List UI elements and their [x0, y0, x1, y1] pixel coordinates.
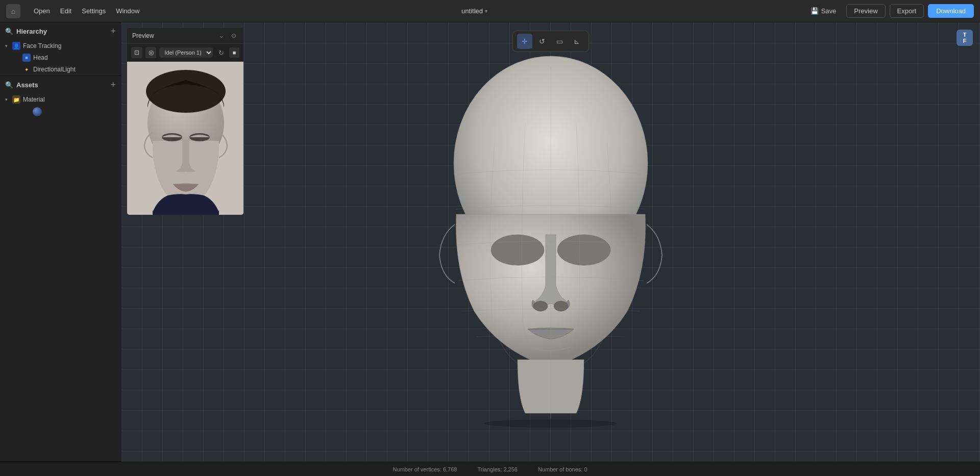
tree-item-material[interactable]: ▾ 📁 Material	[2, 94, 119, 105]
menu-edit[interactable]: Edit	[55, 5, 77, 17]
viewport-toolbar: ✛ ↺ ▭ ⊾	[512, 31, 589, 52]
head-3d-viewport	[121, 22, 980, 462]
assets-header-left: 🔍 Assets	[5, 81, 38, 89]
main-area: 🔍 Hierarchy + ▾ 👤 Face Tracking ■ Head	[0, 22, 980, 462]
svg-point-1	[491, 235, 544, 265]
assets-title: Assets	[16, 81, 38, 89]
assets-add-button[interactable]: +	[110, 80, 116, 89]
preview-panel-header: Preview ⌄ ⊙	[127, 28, 243, 44]
tool-frame-button[interactable]: ▭	[552, 34, 567, 49]
bones-value: 0	[584, 466, 587, 472]
preview-refresh-btn[interactable]: ↻	[216, 47, 226, 58]
triangles-value: 2,256	[503, 466, 518, 472]
statusbar: Number of vertices: 6,768 Triangles: 2,2…	[0, 462, 980, 476]
hierarchy-section: 🔍 Hierarchy + ▾ 👤 Face Tracking ■ Head	[0, 22, 121, 76]
svg-point-10	[146, 70, 226, 113]
tree-item-directional-light[interactable]: ✦ DirectionalLight	[2, 64, 119, 75]
preview-controls: ⊡ ◎ Idel (Person 1)Person 2Person 3 ↻ ■	[127, 44, 243, 62]
hierarchy-add-button[interactable]: +	[110, 27, 116, 36]
triangles-label: Triangles: 2,256	[477, 466, 517, 472]
download-button[interactable]: Download	[928, 4, 974, 18]
head-label: Head	[33, 54, 48, 61]
menu-settings[interactable]: Settings	[77, 5, 111, 17]
preview-collapse-button[interactable]: ⌄	[217, 31, 226, 40]
save-icon: 💾	[811, 7, 819, 15]
export-button[interactable]: Export	[890, 4, 924, 18]
vertices-value: 6,768	[443, 466, 457, 472]
title-dropdown-arrow[interactable]: ▾	[485, 8, 487, 14]
viewport[interactable]: / Preview ⌄ ⊙ ⊡ ◎ Idel (Person 1)Person …	[121, 22, 980, 462]
preview-more-btn[interactable]: ■	[229, 47, 239, 58]
expand-arrow-face-tracking: ▾	[5, 43, 12, 48]
tool-rotate-button[interactable]: ↺	[534, 34, 550, 49]
search-icon[interactable]: 🔍	[5, 28, 13, 35]
menu-open[interactable]: Open	[29, 5, 55, 17]
preview-3d-btn[interactable]: ◎	[145, 47, 157, 58]
svg-point-3	[533, 301, 548, 311]
preview-title: Preview	[132, 32, 154, 39]
material-icon: 📁	[12, 95, 20, 104]
preview-face-svg	[127, 62, 243, 215]
menu-window[interactable]: Window	[111, 5, 144, 17]
preview-person-select[interactable]: Idel (Person 1)Person 2Person 3	[159, 47, 213, 58]
hierarchy-header-left: 🔍 Hierarchy	[5, 28, 47, 35]
preview-header-actions: ⌄ ⊙	[217, 31, 238, 40]
left-panel: 🔍 Hierarchy + ▾ 👤 Face Tracking ■ Head	[0, 22, 121, 462]
head-icon: ■	[22, 54, 31, 62]
save-button[interactable]: 💾 Save	[804, 5, 843, 17]
hierarchy-header: 🔍 Hierarchy +	[0, 22, 121, 40]
head-3d-svg	[372, 51, 729, 434]
tool-scale-button[interactable]: ⊾	[569, 34, 584, 49]
preview-settings-button[interactable]: ⊙	[229, 31, 238, 40]
home-button[interactable]: ⌂	[6, 4, 20, 18]
svg-point-4	[554, 301, 568, 311]
preview-image	[127, 62, 243, 215]
tool-move-button[interactable]: ✛	[517, 34, 532, 49]
tree-item-face-tracking[interactable]: ▾ 👤 Face Tracking	[2, 40, 119, 52]
expand-arrow-material: ▾	[5, 97, 12, 102]
document-title: untitled ▾	[144, 7, 804, 15]
face-tracking-label: Face Tracking	[23, 42, 61, 49]
light-icon: ✦	[22, 65, 31, 73]
assets-search-icon[interactable]: 🔍	[5, 81, 13, 89]
user-avatar[interactable]: T F	[957, 30, 973, 46]
preview-button[interactable]: Preview	[846, 4, 885, 18]
hierarchy-title: Hierarchy	[16, 28, 47, 35]
topbar-actions: 💾 Save Preview Export Download	[804, 4, 974, 18]
preview-camera-btn[interactable]: ⊡	[131, 47, 142, 58]
svg-point-2	[557, 235, 610, 265]
svg-rect-14	[153, 211, 219, 215]
material-sphere-item[interactable]	[0, 107, 121, 116]
topbar: ⌂ Open Edit Settings Window untitled ▾ 💾…	[0, 0, 980, 22]
directional-light-label: DirectionalLight	[33, 66, 76, 73]
face-tracking-icon: 👤	[12, 42, 20, 50]
assets-section: 🔍 Assets + ▾ 📁 Material	[0, 76, 121, 462]
sphere-icon	[33, 107, 42, 116]
material-label: Material	[23, 96, 45, 103]
svg-point-7	[484, 419, 617, 428]
vertices-label: Number of vertices: 6,768	[393, 466, 457, 472]
preview-panel: Preview ⌄ ⊙ ⊡ ◎ Idel (Person 1)Person 2P…	[127, 28, 244, 215]
bones-label: Number of bones: 0	[538, 466, 587, 472]
tree-item-head[interactable]: ■ Head	[2, 52, 119, 63]
assets-header: 🔍 Assets +	[0, 76, 121, 93]
